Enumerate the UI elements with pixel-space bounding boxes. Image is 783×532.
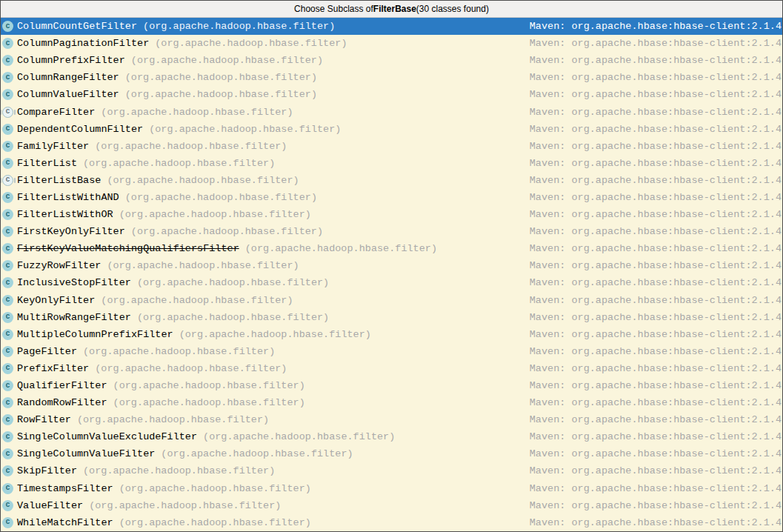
- list-item[interactable]: c FirstKeyOnlyFilter (org.apache.hadoop.…: [1, 223, 782, 240]
- maven-coordinates: Maven: org.apache.hbase:hbase-client:2.1…: [530, 260, 782, 271]
- maven-coordinates: Maven: org.apache.hbase:hbase-client:2.1…: [530, 277, 782, 288]
- class-icon: c: [2, 175, 13, 186]
- maven-coordinates: Maven: org.apache.hbase:hbase-client:2.1…: [530, 431, 782, 442]
- list-item[interactable]: c SingleColumnValueFilter (org.apache.ha…: [1, 445, 782, 462]
- class-icon: c: [2, 465, 13, 476]
- package-name: (org.apache.hadoop.hbase.filter): [137, 277, 329, 288]
- class-name: MultipleColumnPrefixFilter: [17, 329, 173, 340]
- maven-coordinates: Maven: org.apache.hbase:hbase-client:2.1…: [530, 192, 782, 203]
- list-item[interactable]: c MultiRowRangeFilter (org.apache.hadoop…: [1, 309, 782, 326]
- maven-coordinates: Maven: org.apache.hbase:hbase-client:2.1…: [530, 500, 782, 511]
- class-name: RandomRowFilter: [17, 397, 107, 408]
- package-name: (org.apache.hadoop.hbase.filter): [83, 346, 275, 357]
- package-name: (org.apache.hadoop.hbase.filter): [101, 107, 293, 118]
- list-item[interactable]: c FilterListWithAND (org.apache.hadoop.h…: [1, 189, 782, 206]
- package-name: (org.apache.hadoop.hbase.filter): [101, 295, 293, 306]
- list-item[interactable]: c FilterListWithOR (org.apache.hadoop.hb…: [1, 206, 782, 223]
- class-name: KeyOnlyFilter: [17, 295, 95, 306]
- list-item[interactable]: c PrefixFilter (org.apache.hadoop.hbase.…: [1, 360, 782, 377]
- list-item[interactable]: c DependentColumnFilter (org.apache.hado…: [1, 121, 782, 138]
- class-icon: c: [2, 21, 13, 32]
- class-icon: c: [2, 243, 13, 254]
- class-icon: c: [2, 397, 13, 408]
- class-name: FilterListBase: [17, 175, 101, 186]
- class-name: PageFilter: [17, 346, 77, 357]
- maven-coordinates: Maven: org.apache.hbase:hbase-client:2.1…: [530, 414, 782, 425]
- maven-coordinates: Maven: org.apache.hbase:hbase-client:2.1…: [530, 346, 782, 357]
- class-icon: c: [2, 89, 13, 100]
- package-name: (org.apache.hadoop.hbase.filter): [95, 363, 287, 374]
- list-item[interactable]: c FuzzyRowFilter (org.apache.hadoop.hbas…: [1, 257, 782, 274]
- list-item[interactable]: c PageFilter (org.apache.hadoop.hbase.fi…: [1, 343, 782, 360]
- class-icon: c: [2, 226, 13, 237]
- class-name: QualifierFilter: [17, 380, 107, 391]
- list-item[interactable]: c SkipFilter (org.apache.hadoop.hbase.fi…: [1, 462, 782, 479]
- maven-coordinates: Maven: org.apache.hbase:hbase-client:2.1…: [530, 175, 782, 186]
- package-name: (org.apache.hadoop.hbase.filter): [107, 260, 299, 271]
- maven-coordinates: Maven: org.apache.hbase:hbase-client:2.1…: [530, 141, 782, 152]
- maven-coordinates: Maven: org.apache.hbase:hbase-client:2.1…: [530, 209, 782, 220]
- list-item[interactable]: c ColumnPaginationFilter (org.apache.had…: [1, 35, 782, 52]
- list-item[interactable]: c InclusiveStopFilter (org.apache.hadoop…: [1, 274, 782, 291]
- list-item[interactable]: c RowFilter (org.apache.hadoop.hbase.fil…: [1, 411, 782, 428]
- class-icon: c: [2, 329, 13, 340]
- class-name: CompareFilter: [17, 107, 95, 118]
- package-name: (org.apache.hadoop.hbase.filter): [113, 380, 305, 391]
- class-name: ColumnRangeFilter: [17, 72, 119, 83]
- list-item[interactable]: c FirstKeyValueMatchingQualifiersFilter …: [1, 240, 782, 257]
- list-item[interactable]: c WhileMatchFilter (org.apache.hadoop.hb…: [1, 514, 782, 531]
- maven-coordinates: Maven: org.apache.hbase:hbase-client:2.1…: [530, 483, 782, 494]
- class-name: ColumnPaginationFilter: [17, 38, 149, 49]
- class-icon: c: [2, 363, 13, 374]
- class-icon: c: [2, 517, 13, 528]
- class-icon: c: [2, 500, 13, 511]
- maven-coordinates: Maven: org.apache.hbase:hbase-client:2.1…: [530, 55, 782, 66]
- list-item[interactable]: c RandomRowFilter (org.apache.hadoop.hba…: [1, 394, 782, 411]
- class-icon: c: [2, 277, 13, 288]
- maven-coordinates: Maven: org.apache.hbase:hbase-client:2.1…: [530, 158, 782, 169]
- class-name: SingleColumnValueFilter: [17, 448, 155, 459]
- list-item[interactable]: c ColumnPrefixFilter (org.apache.hadoop.…: [1, 52, 782, 69]
- package-name: (org.apache.hadoop.hbase.filter): [89, 500, 281, 511]
- list-item[interactable]: c TimestampsFilter (org.apache.hadoop.hb…: [1, 480, 782, 497]
- class-icon: c: [2, 72, 13, 83]
- maven-coordinates: Maven: org.apache.hbase:hbase-client:2.1…: [530, 226, 782, 237]
- list-item[interactable]: c ColumnRangeFilter (org.apache.hadoop.h…: [1, 69, 782, 86]
- package-name: (org.apache.hadoop.hbase.filter): [143, 21, 335, 32]
- class-icon: c: [2, 209, 13, 220]
- list-item[interactable]: c SingleColumnValueExcludeFilter (org.ap…: [1, 428, 782, 445]
- list-item[interactable]: c ColumnCountGetFilter (org.apache.hadoo…: [1, 18, 782, 35]
- class-name: ColumnPrefixFilter: [17, 55, 125, 66]
- class-name: PrefixFilter: [17, 363, 89, 374]
- list-item[interactable]: c FamilyFilter (org.apache.hadoop.hbase.…: [1, 138, 782, 155]
- class-name: SingleColumnValueExcludeFilter: [17, 431, 197, 442]
- package-name: (org.apache.hadoop.hbase.filter): [125, 72, 317, 83]
- maven-coordinates: Maven: org.apache.hbase:hbase-client:2.1…: [530, 89, 782, 100]
- maven-coordinates: Maven: org.apache.hbase:hbase-client:2.1…: [530, 72, 782, 83]
- popup-title-prefix: Choose Subclass of: [294, 4, 373, 14]
- package-name: (org.apache.hadoop.hbase.filter): [131, 55, 323, 66]
- class-icon: c: [2, 260, 13, 271]
- maven-coordinates: Maven: org.apache.hbase:hbase-client:2.1…: [530, 295, 782, 306]
- maven-coordinates: Maven: org.apache.hbase:hbase-client:2.1…: [530, 465, 782, 476]
- class-icon: c: [2, 414, 13, 425]
- list-item[interactable]: c QualifierFilter (org.apache.hadoop.hba…: [1, 377, 782, 394]
- class-icon: c: [2, 448, 13, 459]
- list-item[interactable]: c MultipleColumnPrefixFilter (org.apache…: [1, 326, 782, 343]
- class-icon: c: [2, 124, 13, 135]
- package-name: (org.apache.hadoop.hbase.filter): [125, 192, 317, 203]
- package-name: (org.apache.hadoop.hbase.filter): [137, 312, 329, 323]
- package-name: (org.apache.hadoop.hbase.filter): [77, 414, 269, 425]
- maven-coordinates: Maven: org.apache.hbase:hbase-client:2.1…: [530, 380, 782, 391]
- list-item[interactable]: c KeyOnlyFilter (org.apache.hadoop.hbase…: [1, 292, 782, 309]
- list-item[interactable]: c ValueFilter (org.apache.hadoop.hbase.f…: [1, 497, 782, 514]
- class-icon: c: [2, 431, 13, 442]
- package-name: (org.apache.hadoop.hbase.filter): [179, 329, 371, 340]
- class-name: FuzzyRowFilter: [17, 260, 101, 271]
- list-item[interactable]: c ColumnValueFilter (org.apache.hadoop.h…: [1, 86, 782, 103]
- list-item[interactable]: c FilterListBase (org.apache.hadoop.hbas…: [1, 172, 782, 189]
- class-name: DependentColumnFilter: [17, 124, 143, 135]
- list-item[interactable]: c CompareFilter (org.apache.hadoop.hbase…: [1, 103, 782, 120]
- list-item[interactable]: c FilterList (org.apache.hadoop.hbase.fi…: [1, 155, 782, 172]
- class-icon: c: [2, 483, 13, 494]
